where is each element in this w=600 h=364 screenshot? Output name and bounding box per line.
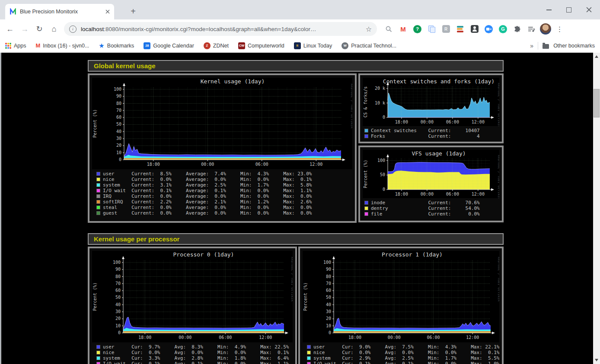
search-extension-icon[interactable] <box>383 23 395 35</box>
minimize-button[interactable] <box>542 3 556 16</box>
legend-text: system Cur: 2.9% Avg: 2.5% Min: 1.7% Max… <box>313 355 499 361</box>
page-scrollbar[interactable] <box>593 53 600 364</box>
playlist-extension-icon[interactable] <box>526 23 537 35</box>
svg-text:60: 60 <box>115 288 121 293</box>
browser-tab[interactable]: Blue Precision Monitorix <box>5 4 114 19</box>
svg-text:00:00: 00:00 <box>421 120 434 124</box>
divider <box>538 42 538 50</box>
close-button[interactable] <box>582 3 596 16</box>
bookmark-zdnet[interactable]: Z ZDNet <box>204 42 229 49</box>
bookmark-star-icon[interactable]: ☆ <box>366 25 372 33</box>
legend-text: dentry Current: 54.0% <box>371 206 480 211</box>
bookmark-inbox[interactable]: M Inbox (16) - sjvn0... <box>36 42 89 49</box>
home-button[interactable]: ⌂ <box>48 22 61 35</box>
extension-icons: M ? R G ⋮ <box>383 23 565 35</box>
tab-close-icon[interactable] <box>105 9 110 14</box>
svg-text:00:00: 00:00 <box>179 335 191 340</box>
bookmark-google-calendar[interactable]: 28 Google Calendar <box>144 42 194 49</box>
processors-row: 010203040506070809010018:0000:0006:0012:… <box>88 247 504 364</box>
legend-row: dentry Current: 54.0% <box>364 206 499 211</box>
maximize-button[interactable] <box>562 3 576 16</box>
bookmark-linux-today[interactable]: lt Linux Today <box>294 42 332 49</box>
apps-grid-icon <box>5 43 11 49</box>
legend-row: Forks Current: 4 <box>364 133 499 139</box>
url-text[interactable]: localhost:8080/monitorix-cgi/monitorix.c… <box>81 26 361 32</box>
svg-text:50: 50 <box>116 122 121 127</box>
legend-row: softIRQ Current: 2.2% Average: 2.1% Min:… <box>96 199 352 205</box>
dark-app-extension-icon[interactable] <box>469 23 480 35</box>
other-bookmarks-label[interactable]: Other bookmarks <box>553 43 595 49</box>
svg-text:12:00: 12:00 <box>310 162 322 167</box>
url-path: :8080/monitorix-cgi/monitorix.cgi?mode=l… <box>104 26 316 32</box>
kernel-usage-graph[interactable]: 010203040506070809010018:0000:0006:0012:… <box>92 78 352 169</box>
svg-text:100: 100 <box>114 87 121 92</box>
bookmark-apps[interactable]: Apps <box>5 43 26 49</box>
bookmark-practical-technology[interactable]: W Practical Technol... <box>341 42 396 49</box>
svg-text:40: 40 <box>326 302 331 307</box>
section-header-kernel-usage-per-processor: Kernel usage per processor <box>88 233 504 245</box>
processor-0-graph[interactable]: 010203040506070809010018:0000:0006:0012:… <box>92 251 293 342</box>
calendar-icon: 28 <box>144 42 150 49</box>
svg-text:20: 20 <box>116 143 121 148</box>
copy-pages-extension-icon[interactable] <box>426 23 437 35</box>
svg-text:10: 10 <box>326 323 331 328</box>
legend-row: system Current: 3.1% Average: 2.5% Min: … <box>96 182 352 188</box>
svg-text:90: 90 <box>326 267 331 272</box>
hangouts-extension-icon[interactable]: ? <box>412 23 423 35</box>
svg-text:30: 30 <box>116 136 121 141</box>
extensions-puzzle-icon[interactable] <box>511 23 523 35</box>
vfs-usage-legend: inode Current: 70.6%dentry Current: 54.0… <box>364 200 499 217</box>
bookmarks-overflow-chevron[interactable]: » <box>530 42 533 49</box>
gmail-icon: M <box>36 42 41 49</box>
profile-avatar[interactable] <box>540 23 551 35</box>
processor-1-graph[interactable]: 010203040506070809010018:0000:0006:0012:… <box>303 251 499 342</box>
new-tab-button[interactable]: + <box>127 5 139 17</box>
global-kernel-row: 010203040506070809010018:0000:0006:0012:… <box>88 73 504 223</box>
vfs-usage-graph[interactable]: 05010018:0000:0006:0012:00VFS usage (1da… <box>363 150 499 198</box>
forward-button[interactable]: → <box>18 22 31 35</box>
legend-swatch <box>307 345 311 349</box>
browser-menu-icon[interactable]: ⋮ <box>554 23 565 35</box>
linux-today-icon: lt <box>294 42 301 49</box>
svg-text:06:00: 06:00 <box>427 335 440 340</box>
svg-text:50: 50 <box>326 295 331 300</box>
svg-text:18:00: 18:00 <box>147 162 160 167</box>
legend-swatch <box>364 212 368 216</box>
reload-button[interactable]: ↻ <box>33 22 46 35</box>
back-button[interactable]: ← <box>3 22 16 35</box>
star-icon: ★ <box>99 42 104 50</box>
legend-text: guest Current: 0.0% Average: 0.0% Min: 0… <box>103 210 312 216</box>
tab-strip: Blue Precision Monitorix + <box>0 0 600 19</box>
processor-0-legend: user Cur: 9.7% Avg: 8.3% Min: 4.9% Max: … <box>96 344 293 364</box>
legend-row: guest Current: 0.0% Average: 0.0% Min: 0… <box>96 210 352 216</box>
svg-text:90: 90 <box>115 267 121 272</box>
address-bar[interactable]: i localhost:8080/monitorix-cgi/monitorix… <box>64 22 377 36</box>
svg-text:80: 80 <box>115 274 121 279</box>
legend-swatch <box>96 211 100 215</box>
page-info-icon[interactable]: i <box>69 25 77 33</box>
legend-row: system Cur: 2.9% Avg: 2.5% Min: 1.7% Max… <box>307 355 499 361</box>
grammarly-extension-icon[interactable]: G <box>497 23 509 35</box>
context-switches-graph[interactable]: 010 k20 k18:0000:0006:0012:00Context swi… <box>363 78 499 126</box>
gmail-extension-icon[interactable]: M <box>397 23 409 35</box>
legend-text: user Cur: 9.7% Avg: 8.3% Min: 4.9% Max: … <box>103 344 289 350</box>
legend-swatch <box>96 356 100 360</box>
svg-text:18:00: 18:00 <box>348 335 361 340</box>
gray-app-extension-icon[interactable]: R <box>440 23 452 35</box>
svg-text:18:00: 18:00 <box>138 335 151 340</box>
legend-swatch <box>96 200 100 204</box>
scrollbar-down-icon[interactable] <box>595 359 598 361</box>
svg-text:30: 30 <box>115 309 121 314</box>
legend-swatch <box>364 201 368 205</box>
svg-text:RRDTOOL / TOBI OETIKER: RRDTOOL / TOBI OETIKER <box>497 257 499 302</box>
reading-stack-extension-icon[interactable] <box>454 23 466 35</box>
legend-text: I/O wait Cur: 0.1% Avg: 0.1% Min: 0.0% M… <box>103 361 289 364</box>
scrollbar-thumb[interactable] <box>594 89 600 117</box>
bookmark-computerworld[interactable]: CW Computerworld <box>238 42 284 49</box>
zoom-extension-icon[interactable] <box>483 23 495 35</box>
scrollbar-up-icon[interactable] <box>595 55 598 58</box>
legend-swatch <box>307 351 311 355</box>
svg-text:12:00: 12:00 <box>472 192 485 196</box>
svg-text:06:00: 06:00 <box>446 192 459 196</box>
bookmark-bookmarks[interactable]: ★ Bookmarks <box>99 42 134 50</box>
